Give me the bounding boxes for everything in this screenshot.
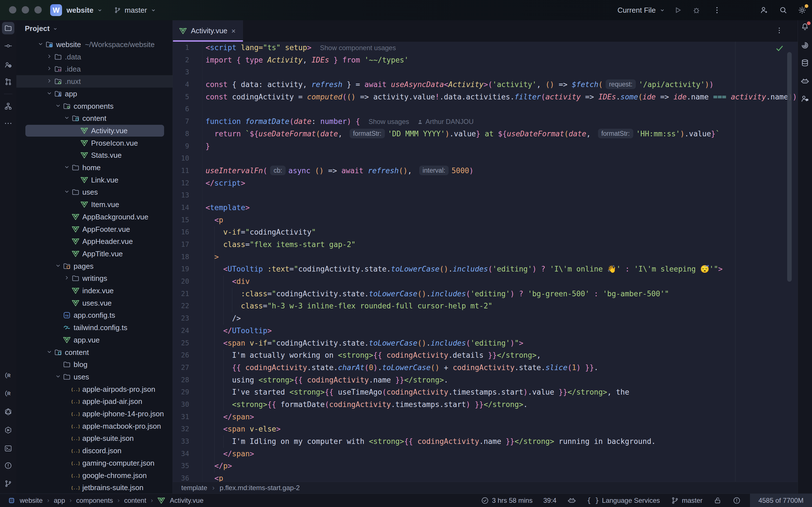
code-vision-hint[interactable]: Show usages: [368, 118, 409, 125]
tab-options-kebab-icon[interactable]: [775, 26, 783, 36]
tree-item-app[interactable]: app: [16, 88, 172, 100]
chevron-right-icon[interactable]: [47, 54, 52, 60]
tree-item-app-vue[interactable]: app.vue: [16, 334, 172, 346]
notifications-icon[interactable]: [801, 22, 809, 31]
database-icon[interactable]: [801, 58, 809, 67]
code-vision-hint[interactable]: Show component usages: [320, 44, 396, 52]
code-line-2[interactable]: import { type Activity, IDEs } from '~~/…: [206, 54, 798, 66]
tree-item-appfooter-vue[interactable]: AppFooter.vue: [16, 223, 172, 235]
code-line-17[interactable]: class="flex items-start gap-2": [206, 238, 798, 251]
line-number[interactable]: 1: [173, 42, 189, 54]
ai-assistant-icon[interactable]: [801, 41, 809, 50]
code-line-5[interactable]: const codingActivity = computed(() => ac…: [206, 91, 798, 103]
code-line-12[interactable]: </script>: [206, 177, 798, 189]
chevron-down-icon[interactable]: [64, 189, 70, 195]
line-number[interactable]: 4: [173, 78, 189, 91]
tree-item-writings[interactable]: writings: [16, 272, 172, 284]
tree-item--idea[interactable]: IJ.idea: [16, 63, 172, 75]
line-number[interactable]: 2: [173, 54, 189, 66]
line-number[interactable]: 6: [173, 103, 189, 115]
search-everywhere-button[interactable]: [779, 0, 788, 20]
tree-item-components[interactable]: components: [16, 100, 172, 112]
code-with-me-icon[interactable]: [801, 94, 809, 103]
tree-item-home[interactable]: home: [16, 161, 172, 174]
git-tool-button[interactable]: [2, 75, 14, 88]
path-breadcrumb[interactable]: app: [54, 497, 65, 504]
code-line-20[interactable]: <div: [206, 276, 798, 288]
code-line-21[interactable]: :class="codingActivity.state.toLowerCase…: [206, 288, 798, 300]
tree-item-gaming-computer-json[interactable]: {..}gaming-computer.json: [16, 457, 172, 469]
tree-item-stats-vue[interactable]: Stats.vue: [16, 149, 172, 161]
code-line-19[interactable]: <UTooltip :text="codingActivity.state.to…: [206, 263, 798, 276]
line-number[interactable]: 32: [173, 423, 189, 436]
line-number[interactable]: 7: [173, 115, 189, 128]
tree-item-app-config-ts[interactable]: TSapp.config.ts: [16, 309, 172, 321]
tree-item-appbackground-vue[interactable]: AppBackground.vue: [16, 211, 172, 223]
chevron-down-icon[interactable]: [38, 41, 43, 48]
line-number[interactable]: 23: [173, 313, 189, 325]
code-line-23[interactable]: />: [206, 313, 798, 325]
tree-item-activity-vue[interactable]: Activity.vue: [16, 124, 172, 137]
code-line-10[interactable]: [206, 152, 798, 165]
window-zoom-button[interactable]: [35, 6, 42, 13]
code-line-27[interactable]: {{ codingActivity.state.charAt(0).toLowe…: [206, 362, 798, 374]
line-number[interactable]: 5: [173, 91, 189, 103]
line-number[interactable]: 12: [173, 177, 189, 189]
ai-chat-icon[interactable]: [801, 76, 809, 86]
line-number[interactable]: 18: [173, 251, 189, 263]
writable-indicator[interactable]: [713, 496, 722, 505]
line-number[interactable]: 25: [173, 337, 189, 349]
tree-item-uses[interactable]: uses: [16, 186, 172, 198]
code-line-28[interactable]: using <strong>{{ codingActivity.name }}<…: [206, 374, 798, 386]
path-breadcrumb[interactable]: Activity.vue: [170, 497, 204, 504]
code-content[interactable]: <script lang="ts" setup>Show component u…: [206, 42, 798, 482]
path-breadcrumb[interactable]: content: [124, 497, 146, 504]
tree-item-blog[interactable]: blog: [16, 358, 172, 371]
more-actions-button[interactable]: [713, 0, 721, 20]
editor-scrollbar[interactable]: [787, 52, 792, 282]
add-user-button[interactable]: [760, 0, 769, 20]
line-number[interactable]: 20: [173, 276, 189, 288]
tree-item-item-vue[interactable]: Item.vue: [16, 198, 172, 211]
code-line-22[interactable]: class="h-3 w-3 inline-flex rounded-full …: [206, 300, 798, 313]
editor-gutter[interactable]: 1234567891011121314151617181920212223242…: [173, 42, 189, 482]
code-line-16[interactable]: v-if="codingActivity": [206, 226, 798, 238]
tree-item-uses-vue[interactable]: uses.vue: [16, 297, 172, 309]
chevron-down-icon[interactable]: [55, 263, 61, 270]
caret-position[interactable]: 39:4: [543, 497, 557, 504]
code-line-11[interactable]: useIntervalFn(cb:async () => await refre…: [206, 165, 798, 177]
code-line-9[interactable]: }: [206, 140, 798, 153]
line-number[interactable]: 27: [173, 362, 189, 374]
tree-item-uses[interactable]: uses: [16, 371, 172, 383]
chevron-down-icon[interactable]: [64, 164, 70, 171]
settings-button[interactable]: [797, 0, 807, 20]
line-number[interactable]: 30: [173, 399, 189, 411]
tree-item-content[interactable]: content: [16, 112, 172, 124]
code-author-hint[interactable]: Arthur DANJOU: [417, 118, 474, 125]
line-number[interactable]: 17: [173, 238, 189, 251]
line-number[interactable]: 22: [173, 300, 189, 313]
chevron-down-icon[interactable]: [55, 103, 61, 110]
chevron-down-icon[interactable]: [64, 115, 70, 122]
tree-item-content[interactable]: content: [16, 346, 172, 358]
code-line-35[interactable]: </p>: [206, 460, 798, 472]
breadcrumb-element[interactable]: p.flex.md:items-start.gap-2: [220, 484, 300, 492]
code-line-3[interactable]: [206, 66, 798, 78]
code-line-36[interactable]: <p: [206, 472, 798, 482]
line-number[interactable]: 33: [173, 436, 189, 448]
code-line-13[interactable]: [206, 189, 798, 202]
code-line-31[interactable]: </span>: [206, 411, 798, 424]
line-number[interactable]: 9: [173, 140, 189, 153]
tree-item-tailwind-config-ts[interactable]: tailwind.config.ts: [16, 321, 172, 334]
window-minimize-button[interactable]: [22, 6, 29, 13]
chevron-right-icon[interactable]: [64, 275, 70, 282]
tree-item-appheader-vue[interactable]: AppHeader.vue: [16, 235, 172, 247]
code-line-15[interactable]: <p: [206, 214, 798, 226]
line-number[interactable]: 11: [173, 165, 189, 177]
project-tool-button[interactable]: [2, 22, 14, 34]
editor-tab-activity-vue[interactable]: Activity.vue ×: [173, 20, 243, 41]
tree-item-jetbrains-suite-json[interactable]: {..}jetbrains-suite.json: [16, 482, 172, 494]
chevron-down-icon[interactable]: [47, 349, 52, 356]
inspections-indicator[interactable]: [732, 496, 741, 505]
tree-item-proseicon-vue[interactable]: ProseIcon.vue: [16, 137, 172, 149]
